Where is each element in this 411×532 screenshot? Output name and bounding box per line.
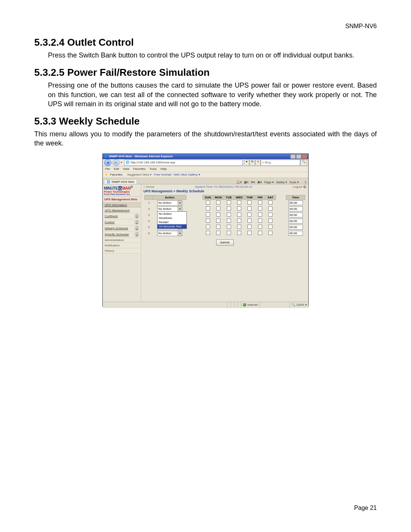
day-checkbox[interactable]: [206, 200, 210, 204]
tool-safety[interactable]: Safety ▾: [276, 181, 287, 184]
zoom-control[interactable]: 🔍 100% ▾: [290, 302, 308, 308]
sidebar-item-administration[interactable]: Administration: [103, 238, 141, 243]
day-checkbox[interactable]: [268, 231, 272, 235]
favorites-label[interactable]: Favorites: [110, 173, 123, 176]
sidebar-item-notification[interactable]: Notification: [103, 243, 141, 248]
day-checkbox[interactable]: [206, 206, 210, 211]
day-checkbox[interactable]: [216, 212, 220, 217]
day-checkbox[interactable]: [237, 206, 241, 211]
sidebar-item-ups-information[interactable]: UPS Information: [103, 203, 141, 208]
day-checkbox[interactable]: [247, 200, 252, 204]
search-go-button[interactable]: 🔍: [300, 160, 307, 166]
home-icon[interactable]: 🏠▾: [236, 181, 242, 184]
day-checkbox[interactable]: [258, 225, 262, 229]
sidebar-item-weekly-schedule[interactable]: Weekly Schedule⚙: [103, 225, 141, 232]
time-input[interactable]: 00:00: [288, 200, 303, 205]
browser-tab[interactable]: 🌐 SNMP-NV6 Web: [104, 179, 137, 184]
day-checkbox[interactable]: [258, 206, 262, 211]
day-checkbox[interactable]: [237, 219, 241, 223]
time-input[interactable]: 00:00: [288, 219, 303, 224]
day-checkbox[interactable]: [227, 219, 231, 223]
day-checkbox[interactable]: [216, 200, 220, 204]
day-checkbox[interactable]: [216, 219, 220, 223]
feeds-icon[interactable]: ▦▾: [244, 181, 249, 184]
menu-tools[interactable]: Tools: [150, 167, 157, 171]
address-bar[interactable]: 🌐 http://192.168.168.236/home.asp: [124, 160, 243, 166]
menu-favorites[interactable]: Favorites: [133, 167, 146, 171]
day-checkbox[interactable]: [247, 212, 252, 217]
dropdown-option[interactable]: 10-Seconds Test: [158, 224, 186, 228]
dropdown-option[interactable]: Shutdown: [158, 216, 186, 220]
day-checkbox[interactable]: [227, 225, 231, 229]
day-checkbox[interactable]: [227, 206, 231, 211]
home-link[interactable]: ⌂ Home: [143, 185, 154, 189]
dropdown-option[interactable]: No Action: [158, 212, 186, 216]
time-input[interactable]: 00:00: [288, 225, 303, 230]
logout-link[interactable]: Logout ⏻: [293, 185, 306, 189]
minimize-button[interactable]: [290, 154, 296, 159]
day-checkbox[interactable]: [247, 206, 252, 211]
day-checkbox[interactable]: [227, 200, 231, 204]
day-checkbox[interactable]: [206, 219, 210, 223]
menu-file[interactable]: File: [105, 167, 110, 171]
day-checkbox[interactable]: [206, 225, 210, 229]
favbar-suggested[interactable]: Suggested Sites ▾: [127, 173, 151, 176]
dropdown-icon[interactable]: ▾: [121, 161, 122, 164]
day-checkbox[interactable]: [247, 231, 252, 235]
action-select[interactable]: No Action▾: [157, 200, 182, 206]
day-checkbox[interactable]: [258, 200, 262, 204]
menu-view[interactable]: View: [123, 167, 129, 171]
day-checkbox[interactable]: [268, 219, 272, 223]
maximize-button[interactable]: [296, 154, 301, 159]
day-checkbox[interactable]: [206, 231, 210, 235]
day-checkbox[interactable]: [216, 225, 220, 229]
day-checkbox[interactable]: [258, 231, 262, 235]
day-checkbox[interactable]: [227, 231, 231, 235]
day-checkbox[interactable]: [237, 231, 241, 235]
submit-button[interactable]: Submit: [216, 240, 234, 246]
day-checkbox[interactable]: [258, 219, 262, 223]
back-button[interactable]: ◄: [104, 159, 112, 166]
close-button[interactable]: [302, 154, 307, 159]
day-checkbox[interactable]: [268, 225, 272, 229]
day-checkbox[interactable]: [216, 231, 220, 235]
day-checkbox[interactable]: [247, 219, 252, 223]
tool-page[interactable]: Page ▾: [264, 181, 274, 184]
day-checkbox[interactable]: [216, 206, 220, 211]
mail-icon[interactable]: ✉▾: [251, 181, 255, 184]
day-checkbox[interactable]: [247, 225, 252, 229]
search-input[interactable]: b Bing: [261, 160, 300, 166]
favbar-webslice[interactable]: Web Slice Gallery ▾: [174, 173, 200, 176]
favorites-icon[interactable]: ★: [105, 173, 108, 176]
day-checkbox[interactable]: [237, 200, 241, 204]
day-checkbox[interactable]: [206, 212, 210, 217]
day-checkbox[interactable]: [268, 206, 272, 211]
time-input[interactable]: 00:00: [288, 206, 303, 211]
action-select[interactable]: No Action▾: [157, 231, 182, 236]
day-checkbox[interactable]: [237, 225, 241, 229]
sidebar-item-ups-management[interactable]: UPS Management: [103, 208, 141, 213]
day-checkbox[interactable]: [227, 212, 231, 217]
sidebar-item-history[interactable]: History: [103, 248, 141, 254]
sidebar-item-control[interactable]: Control⚙: [103, 219, 141, 225]
menu-edit[interactable]: Edit: [114, 167, 119, 171]
help-icon[interactable]: ❔▾: [301, 181, 306, 184]
day-checkbox[interactable]: [237, 212, 241, 217]
sidebar-item-configure[interactable]: Configure⚙: [103, 213, 141, 219]
forward-button[interactable]: ►: [112, 159, 120, 166]
action-select[interactable]: No Action▾No ActionShutdownRestart10-Sec…: [157, 206, 182, 212]
dropdown-option[interactable]: Restart: [158, 220, 186, 224]
sidebar-item-specific-schedule[interactable]: Specific Schedule⚙: [103, 232, 141, 238]
stop-button[interactable]: ✕: [255, 160, 261, 166]
addr-dropdown-icon[interactable]: ▾: [244, 160, 249, 166]
time-input[interactable]: 00:00: [288, 231, 303, 236]
refresh-button[interactable]: ↻: [250, 160, 255, 166]
time-input[interactable]: 00:00: [288, 212, 303, 217]
favbar-hotmail[interactable]: Free Hotmail: [154, 173, 171, 176]
menu-help[interactable]: Help: [160, 167, 166, 171]
tool-tools[interactable]: Tools ▾: [289, 181, 299, 184]
day-checkbox[interactable]: [268, 212, 272, 217]
print-icon[interactable]: 🖶▾: [257, 181, 262, 184]
day-checkbox[interactable]: [258, 212, 262, 217]
day-checkbox[interactable]: [268, 200, 272, 204]
